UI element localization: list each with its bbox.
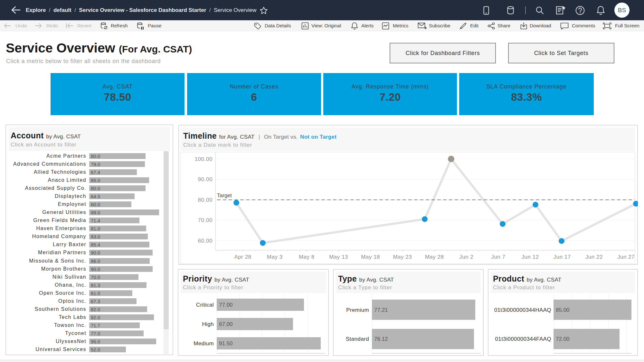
svg-text:Jun 22: Jun 22 bbox=[585, 254, 603, 260]
svg-text:May 18: May 18 bbox=[361, 254, 380, 260]
svg-text:Jun 2: Jun 2 bbox=[459, 254, 473, 260]
svg-text:May 28: May 28 bbox=[425, 254, 444, 260]
svg-text:Apr 28: Apr 28 bbox=[234, 254, 251, 260]
svg-text:May 3: May 3 bbox=[267, 254, 283, 260]
svg-text:May 8: May 8 bbox=[299, 254, 315, 260]
svg-text:80.00: 80.00 bbox=[198, 197, 213, 203]
svg-text:Jun 7: Jun 7 bbox=[491, 254, 505, 260]
svg-text:Jun 17: Jun 17 bbox=[554, 254, 571, 260]
svg-text:May 13: May 13 bbox=[329, 254, 348, 260]
svg-text:May 23: May 23 bbox=[393, 254, 412, 260]
svg-text:Jun 27: Jun 27 bbox=[617, 254, 635, 260]
svg-text:Jun 12: Jun 12 bbox=[521, 254, 539, 260]
svg-text:100.00: 100.00 bbox=[194, 156, 213, 162]
svg-text:90.00: 90.00 bbox=[198, 176, 213, 182]
svg-text:70.00: 70.00 bbox=[198, 217, 213, 223]
svg-text:60.00: 60.00 bbox=[198, 238, 213, 244]
svg-text:Target: Target bbox=[217, 192, 232, 198]
